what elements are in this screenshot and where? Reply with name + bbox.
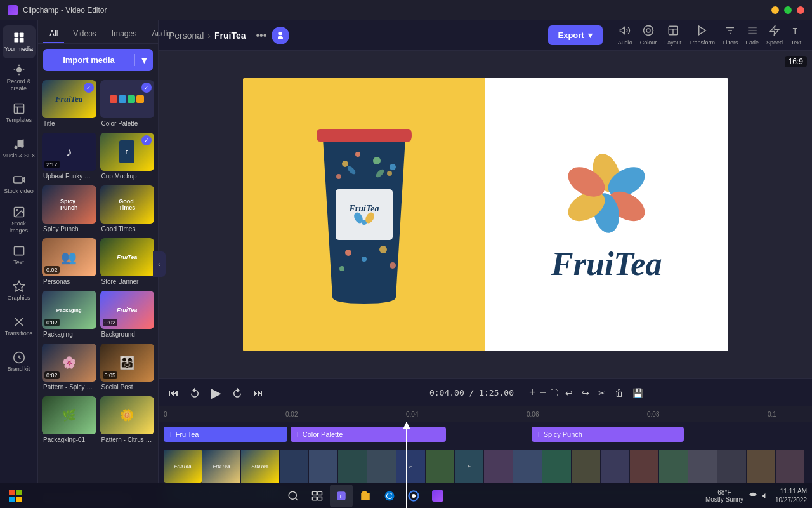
media-item-patternspicy[interactable]: 🌸 0:02 Pattern - Spicy Punch <box>42 344 96 392</box>
rewind-start-button[interactable]: ⏮ <box>166 385 181 401</box>
sidebar-item-graphics[interactable]: Graphics <box>3 274 36 307</box>
svg-point-35 <box>387 171 392 176</box>
taskbar-edge[interactable] <box>378 485 401 507</box>
ruler-06: 0:06 <box>527 411 539 418</box>
rp-transform-icon[interactable]: Transform <box>689 25 715 46</box>
rp-filters-icon[interactable]: Filters <box>723 25 738 46</box>
import-media-button[interactable]: Import media ▾ <box>43 49 153 71</box>
export-button[interactable]: Export ▾ <box>548 25 603 45</box>
taskbar-clipchamp[interactable] <box>426 485 449 507</box>
svg-rect-13 <box>14 246 23 255</box>
maximize-button[interactable]: □ <box>784 6 792 14</box>
close-button[interactable]: ✕ <box>797 6 804 14</box>
timeline-zoom: + − ⛶ <box>529 386 558 399</box>
forward-end-button[interactable]: ⏭ <box>251 385 266 401</box>
sidebar-item-stock-images[interactable]: Stock images <box>3 203 36 236</box>
user-avatar[interactable] <box>272 27 289 44</box>
flower-logo-svg <box>562 149 651 237</box>
rewind-button[interactable] <box>187 385 203 401</box>
duration-music: 2:17 <box>44 161 60 168</box>
zoom-out-button[interactable]: − <box>540 386 547 399</box>
more-options-button[interactable]: ••• <box>256 30 266 41</box>
preview-right-panel: FruiTea <box>485 78 728 351</box>
sidebar-item-your-media[interactable]: Your media <box>3 25 36 58</box>
sidebar-item-text[interactable]: Text <box>3 239 36 272</box>
media-item-socialpost[interactable]: 👨‍👩‍👧 0:05 Social Post <box>100 344 155 392</box>
sidebar-item-transitions[interactable]: Transitions <box>3 310 36 343</box>
weather-temp: 68°F <box>717 489 731 496</box>
forward-button[interactable] <box>229 385 246 401</box>
sidebar-item-brand-kit[interactable]: Brand kit <box>3 345 36 378</box>
media-check-palette: ✓ <box>141 83 152 93</box>
taskbar-icons: T <box>28 485 703 507</box>
taskbar-taskview[interactable] <box>306 485 329 507</box>
taskbar-teams[interactable]: T <box>330 485 353 507</box>
save-button[interactable]: 💾 <box>630 385 646 401</box>
media-tabs: All Videos Images Audio <box>38 20 158 44</box>
minimize-button[interactable]: ─ <box>771 6 779 14</box>
media-item-goodtimes[interactable]: GoodTimes Good Times <box>100 185 155 234</box>
zoom-fit-button[interactable]: ⛶ <box>550 389 558 398</box>
media-item-spicypunch[interactable]: SpicyPunch Spicy Punch <box>42 185 96 234</box>
media-item-music[interactable]: ♪ 2:17 Upbeat Funky Good Tim... <box>42 133 96 182</box>
play-button[interactable]: ▶ <box>208 382 224 404</box>
rp-audio-icon[interactable]: Audio <box>618 25 632 46</box>
svg-marker-62 <box>762 493 765 498</box>
svg-point-36 <box>345 250 351 256</box>
sidebar-item-music[interactable]: Music & SFX <box>3 132 36 165</box>
media-item-mockup[interactable]: F ✓ Cup Mockup <box>100 133 155 182</box>
time: 11:11 AM <box>775 487 807 496</box>
cut-button[interactable]: ✂ <box>596 385 608 401</box>
svg-text:T: T <box>793 27 798 36</box>
media-item-background[interactable]: FruiTea 0:02 Background <box>100 291 155 340</box>
tab-videos[interactable]: Videos <box>67 25 102 43</box>
duration-socialpost: 0:05 <box>103 371 118 379</box>
media-label-personas: Personas <box>42 276 96 287</box>
svg-text:FruiTea: FruiTea <box>348 204 379 213</box>
media-item-personas[interactable]: 👥 0:02 Personas <box>42 238 96 287</box>
media-item-title[interactable]: FruiTea ✓ Title <box>42 80 96 129</box>
ruler-02: 0:02 <box>285 411 298 418</box>
text-clip-spicypunch[interactable]: T Spicy Punch <box>532 427 684 442</box>
taskbar-search[interactable] <box>282 485 304 507</box>
sidebar-item-templates[interactable]: Templates <box>3 97 36 130</box>
start-button[interactable] <box>5 486 25 506</box>
taskbar-explorer[interactable] <box>354 485 377 507</box>
svg-point-8 <box>14 146 17 149</box>
text-clip-colorpalette[interactable]: T Color Palette <box>291 427 446 442</box>
text-clip-fruitea[interactable]: T FruiTea <box>164 427 287 442</box>
undo-button[interactable]: ↩ <box>563 385 575 401</box>
sidebar-item-stock-video[interactable]: Stock video <box>3 168 36 201</box>
panel-collapse-button[interactable]: ‹ <box>153 251 166 277</box>
playhead[interactable] <box>406 422 407 508</box>
rp-speed-icon[interactable]: Speed <box>766 25 783 46</box>
ruler-04: 0:04 <box>406 411 418 418</box>
timeline-ruler: 0 0:02 0:04 0:06 0:08 0:1 <box>159 406 812 422</box>
tab-images[interactable]: Images <box>105 25 143 43</box>
media-item-packaging[interactable]: Packaging 0:02 Packaging <box>42 291 96 340</box>
media-item-storebanner[interactable]: FruiTea Store Banner <box>100 238 155 287</box>
weather-condition: Mostly Sunny <box>705 496 743 503</box>
media-item-patterncitrus[interactable]: 🌼 Pattern - Citrus Blast <box>100 396 155 445</box>
svg-point-40 <box>390 262 396 269</box>
sidebar-item-record[interactable]: Record & create <box>3 61 36 94</box>
rp-colour-icon[interactable]: Colour <box>640 25 657 46</box>
rp-text-icon[interactable]: T Text <box>790 25 802 46</box>
svg-text:T: T <box>339 494 341 498</box>
media-item-palette[interactable]: ✓ Color Palette <box>100 80 155 129</box>
tab-audio[interactable]: Audio <box>145 25 178 43</box>
tab-all[interactable]: All <box>43 25 64 43</box>
redo-button[interactable]: ↪ <box>579 385 592 401</box>
main-content: Personal › FruiTea ••• Export ▾ Audio <box>159 20 812 508</box>
import-dropdown-arrow[interactable]: ▾ <box>134 54 153 66</box>
rp-fade-icon[interactable]: Fade <box>745 25 759 46</box>
ruler-08: 0:08 <box>647 411 659 418</box>
top-bar: Personal › FruiTea ••• Export ▾ Audio <box>159 20 812 51</box>
delete-button[interactable]: 🗑 <box>612 385 626 401</box>
preview-area: FruiTea <box>159 51 812 378</box>
rp-layout-icon[interactable]: Layout <box>664 25 681 46</box>
svg-rect-56 <box>312 497 317 500</box>
video-clips: FruiTea FruiTea FruiTea F F <box>164 450 807 483</box>
zoom-in-button[interactable]: + <box>529 386 536 399</box>
media-item-packaging01[interactable]: 🌿 Packagking-01 <box>42 396 96 445</box>
